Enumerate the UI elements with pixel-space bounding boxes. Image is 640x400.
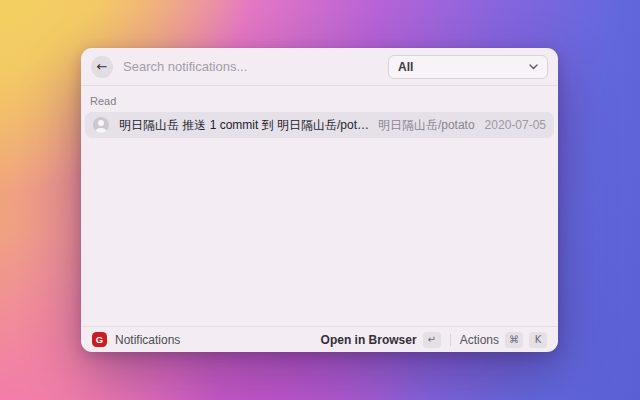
footer-divider (450, 334, 451, 346)
enter-key-icon: ↵ (423, 332, 441, 348)
open-in-browser-button[interactable]: Open in Browser ↵ (321, 332, 441, 348)
notification-repo: 明日隔山岳/potato (378, 117, 475, 134)
k-key-icon: K (529, 332, 547, 348)
footer-app: G Notifications (92, 332, 180, 347)
gitee-logo-icon: G (92, 332, 107, 347)
footer-actions: Open in Browser ↵ Actions ⌘ K (321, 332, 547, 348)
chevron-down-icon (529, 64, 538, 70)
search-bar: ← All (81, 48, 558, 86)
footer-app-name: Notifications (115, 333, 180, 347)
notification-title: 明日隔山岳 推送 1 commit 到 明日隔山岳/potato 的 docum… (119, 117, 370, 134)
section-label-read: Read (85, 86, 554, 112)
actions-label: Actions (460, 333, 499, 347)
notification-row[interactable]: 明日隔山岳 推送 1 commit 到 明日隔山岳/potato 的 docum… (85, 112, 554, 138)
notification-date: 2020-07-05 (475, 118, 546, 132)
user-avatar-icon (93, 117, 109, 133)
filter-dropdown-value: All (398, 60, 413, 74)
notification-list: Read 明日隔山岳 推送 1 commit 到 明日隔山岳/potato 的 … (81, 86, 558, 326)
actions-button[interactable]: Actions ⌘ K (460, 332, 547, 348)
cmd-key-icon: ⌘ (505, 332, 523, 348)
footer-bar: G Notifications Open in Browser ↵ Action… (81, 326, 558, 352)
open-in-browser-label: Open in Browser (321, 333, 417, 347)
filter-dropdown[interactable]: All (388, 55, 548, 79)
notifications-window: ← All Read 明日隔山岳 推送 1 commit 到 明日隔山岳/pot… (81, 48, 558, 352)
search-input[interactable] (123, 59, 388, 74)
back-button[interactable]: ← (91, 56, 113, 78)
back-arrow-icon: ← (97, 59, 108, 74)
desktop-background: ← All Read 明日隔山岳 推送 1 commit 到 明日隔山岳/pot… (0, 0, 640, 400)
